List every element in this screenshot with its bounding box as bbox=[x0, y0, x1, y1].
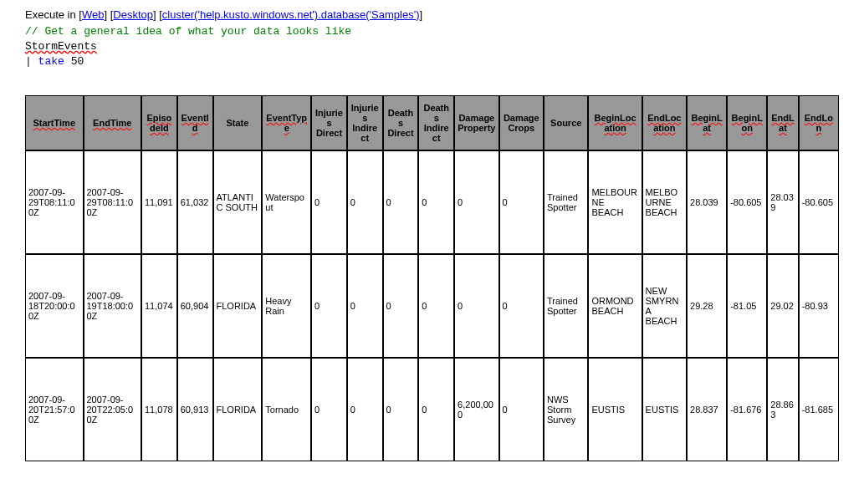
table-cell[interactable]: -81.685 bbox=[799, 358, 839, 461]
table-cell[interactable]: 0 bbox=[454, 150, 498, 254]
header-endlat[interactable]: EndLat bbox=[767, 95, 798, 150]
code-table: StormEvents bbox=[25, 39, 839, 54]
table-cell[interactable]: -81.676 bbox=[727, 358, 767, 461]
header-episodeid[interactable]: EpisodeId bbox=[141, 95, 177, 150]
table-cell[interactable]: 2007-09-29T08:11:00Z bbox=[84, 150, 142, 254]
link-web[interactable]: Web bbox=[82, 8, 105, 21]
table-cell[interactable]: Waterspout bbox=[262, 150, 311, 254]
table-cell[interactable]: 0 bbox=[383, 254, 419, 358]
table-cell[interactable]: MELBOURNE BEACH bbox=[642, 150, 687, 254]
table-cell[interactable]: 28.837 bbox=[687, 358, 727, 461]
table-cell[interactable]: 2007-09-29T08:11:00Z bbox=[25, 150, 84, 254]
table-header-row: StartTime EndTime EpisodeId EventId Stat… bbox=[25, 95, 839, 150]
table-cell[interactable]: 29.28 bbox=[687, 254, 727, 358]
header-state[interactable]: State bbox=[213, 95, 263, 150]
table-cell[interactable]: 60,913 bbox=[177, 358, 213, 461]
table-cell[interactable]: ORMOND BEACH bbox=[588, 254, 642, 358]
table-row: 2007-09-20T21:57:00Z2007-09-20T22:05:00Z… bbox=[25, 358, 839, 461]
table-cell[interactable]: 2007-09-20T22:05:00Z bbox=[84, 358, 142, 461]
table-cell[interactable]: MELBOURNE BEACH bbox=[588, 150, 642, 254]
table-cell[interactable]: 29.02 bbox=[767, 254, 798, 358]
table-cell[interactable]: 6,200,000 bbox=[454, 358, 498, 461]
header-beginlat[interactable]: BeginLat bbox=[687, 95, 727, 150]
table-cell[interactable]: 0 bbox=[347, 358, 383, 461]
table-cell[interactable]: 0 bbox=[311, 150, 347, 254]
header-endtime[interactable]: EndTime bbox=[84, 95, 142, 150]
header-damageproperty[interactable]: Damage Property bbox=[454, 95, 498, 150]
table-cell[interactable]: Trained Spotter bbox=[544, 254, 588, 358]
table-cell[interactable]: 0 bbox=[418, 358, 454, 461]
table-cell[interactable]: 2007-09-18T20:00:00Z bbox=[25, 254, 84, 358]
table-cell[interactable]: EUSTIS bbox=[588, 358, 642, 461]
header-endlocation[interactable]: EndLocation bbox=[642, 95, 687, 150]
table-cell[interactable]: FLORIDA bbox=[213, 358, 263, 461]
table-cell[interactable]: Heavy Rain bbox=[262, 254, 311, 358]
table-cell[interactable]: 28.039 bbox=[767, 150, 798, 254]
header-injdirect[interactable]: Injuries Direct bbox=[311, 95, 347, 150]
table-cell[interactable]: 2007-09-19T18:00:00Z bbox=[84, 254, 142, 358]
table-cell[interactable]: Tornado bbox=[262, 358, 311, 461]
table-cell[interactable]: -80.93 bbox=[799, 254, 839, 358]
table-cell[interactable]: Trained Spotter bbox=[544, 150, 588, 254]
execute-label: Execute in [ bbox=[25, 8, 82, 21]
header-injindirect[interactable]: Injuries Indirect bbox=[347, 95, 383, 150]
link-cluster[interactable]: cluster('help.kusto.windows.net').databa… bbox=[162, 8, 420, 21]
table-row: 2007-09-18T20:00:00Z2007-09-19T18:00:00Z… bbox=[25, 254, 839, 358]
results-table: StartTime EndTime EpisodeId EventId Stat… bbox=[25, 95, 839, 461]
table-cell[interactable]: 0 bbox=[311, 358, 347, 461]
table-cell[interactable]: FLORIDA bbox=[213, 254, 263, 358]
table-row: 2007-09-29T08:11:00Z2007-09-29T08:11:00Z… bbox=[25, 150, 839, 254]
table-cell[interactable]: 0 bbox=[499, 358, 544, 461]
header-endlon[interactable]: EndLon bbox=[799, 95, 839, 150]
table-cell[interactable]: 2007-09-20T21:57:00Z bbox=[25, 358, 84, 461]
table-cell[interactable]: -80.605 bbox=[727, 150, 767, 254]
header-starttime[interactable]: StartTime bbox=[25, 95, 84, 150]
header-damagecrops[interactable]: Damage Crops bbox=[499, 95, 544, 150]
table-cell[interactable]: NEW SMYRNA BEACH bbox=[642, 254, 687, 358]
header-deathsdirect[interactable]: Deaths Direct bbox=[383, 95, 419, 150]
table-cell[interactable]: ATLANTIC SOUTH bbox=[213, 150, 263, 254]
table-cell[interactable]: 61,032 bbox=[177, 150, 213, 254]
header-eventtype[interactable]: EventType bbox=[262, 95, 311, 150]
header-eventid[interactable]: EventId bbox=[177, 95, 213, 150]
table-cell[interactable]: 0 bbox=[383, 358, 419, 461]
table-cell[interactable]: 0 bbox=[347, 150, 383, 254]
table-cell[interactable]: 0 bbox=[311, 254, 347, 358]
table-cell[interactable]: 28.863 bbox=[767, 358, 798, 461]
table-cell[interactable]: 11,074 bbox=[141, 254, 177, 358]
table-cell[interactable]: 0 bbox=[454, 254, 498, 358]
table-cell[interactable]: 60,904 bbox=[177, 254, 213, 358]
table-cell[interactable]: -80.605 bbox=[799, 150, 839, 254]
table-cell[interactable]: EUSTIS bbox=[642, 358, 687, 461]
table-cell[interactable]: 0 bbox=[418, 150, 454, 254]
table-cell[interactable]: 0 bbox=[383, 150, 419, 254]
table-cell[interactable]: 0 bbox=[347, 254, 383, 358]
code-comment: // Get a general idea of what your data … bbox=[25, 24, 839, 39]
table-cell[interactable]: NWS Storm Survey bbox=[544, 358, 588, 461]
link-desktop[interactable]: Desktop bbox=[113, 8, 153, 21]
code-take: | take 50 bbox=[25, 54, 839, 69]
header-deathsindirect[interactable]: Deaths Indirect bbox=[418, 95, 454, 150]
table-cell[interactable]: -81.05 bbox=[727, 254, 767, 358]
execute-line: Execute in [Web] [Desktop] [cluster('hel… bbox=[25, 8, 839, 21]
table-cell[interactable]: 11,091 bbox=[141, 150, 177, 254]
table-cell[interactable]: 28.039 bbox=[687, 150, 727, 254]
table-cell[interactable]: 0 bbox=[499, 150, 544, 254]
header-beginlon[interactable]: BeginLon bbox=[727, 95, 767, 150]
table-cell[interactable]: 0 bbox=[418, 254, 454, 358]
header-source[interactable]: Source bbox=[544, 95, 588, 150]
header-beginlocation[interactable]: BeginLocation bbox=[588, 95, 642, 150]
table-cell[interactable]: 0 bbox=[499, 254, 544, 358]
table-cell[interactable]: 11,078 bbox=[141, 358, 177, 461]
